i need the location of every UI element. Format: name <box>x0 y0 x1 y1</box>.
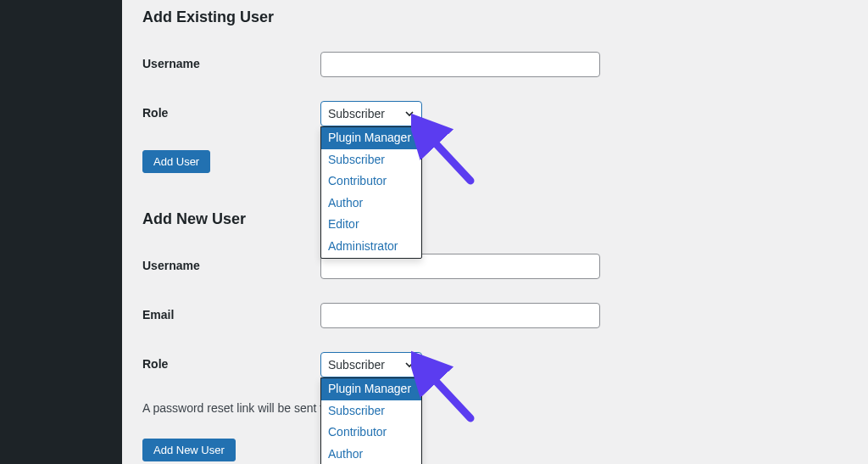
role-option[interactable]: Contributor <box>321 171 421 193</box>
role-select-value: Subscriber <box>328 107 385 120</box>
role-option[interactable]: Author <box>321 193 421 215</box>
add-new-user-button[interactable]: Add New User <box>142 439 236 461</box>
new-role-dropdown[interactable]: Plugin ManagerSubscriberContributorAutho… <box>320 377 422 464</box>
main-content: Add Existing User Username Role Subscrib… <box>122 0 868 464</box>
username-input[interactable] <box>320 52 600 77</box>
new-role-select-value: Subscriber <box>328 358 385 372</box>
admin-sidebar <box>0 0 122 464</box>
chevron-down-icon <box>403 107 416 120</box>
new-role-select[interactable]: Subscriber <box>320 352 422 377</box>
add-new-user-heading: Add New User <box>142 202 848 237</box>
password-note: A password reset link will be sent to <box>142 401 848 415</box>
role-option[interactable]: Subscriber <box>321 149 421 171</box>
role-option[interactable]: Plugin Manager <box>321 378 421 400</box>
role-option[interactable]: Editor <box>321 214 421 236</box>
add-user-button[interactable]: Add User <box>142 150 210 173</box>
email-input[interactable] <box>320 303 600 328</box>
role-label: Role <box>142 101 320 120</box>
add-existing-user-heading: Add Existing User <box>142 0 848 35</box>
role-option[interactable]: Contributor <box>321 422 421 444</box>
chevron-down-icon <box>403 358 416 372</box>
role-option[interactable]: Administrator <box>321 236 421 258</box>
role-option[interactable]: Author <box>321 444 421 464</box>
role-option[interactable]: Subscriber <box>321 400 421 422</box>
role-select[interactable]: Subscriber <box>320 101 422 126</box>
username-label: Username <box>142 52 320 70</box>
new-username-label: Username <box>142 254 320 272</box>
email-label: Email <box>142 303 320 321</box>
role-dropdown[interactable]: Plugin ManagerSubscriberContributorAutho… <box>320 126 422 259</box>
role-option[interactable]: Plugin Manager <box>321 127 421 149</box>
new-role-label: Role <box>142 352 320 371</box>
